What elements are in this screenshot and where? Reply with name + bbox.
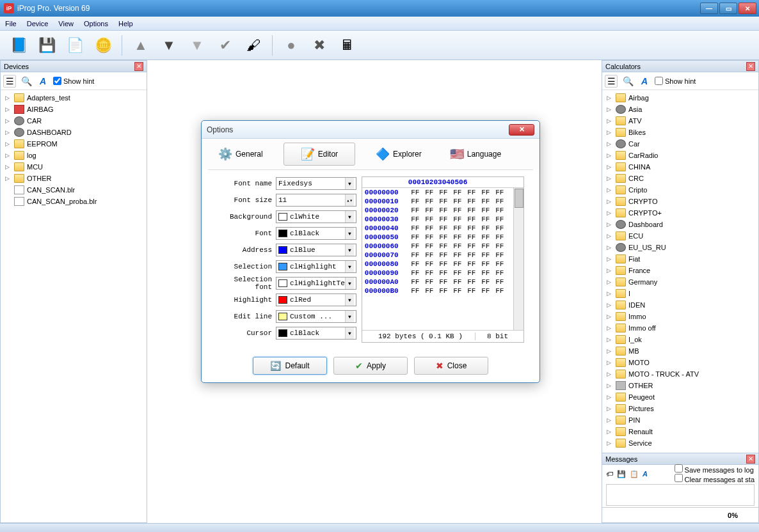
tree-item[interactable]: ▷MB	[604, 345, 756, 357]
tb-save[interactable]: 💾	[35, 34, 59, 57]
expand-icon[interactable]: ▷	[607, 106, 613, 113]
hex-row[interactable]: 000000A0FFFFFFFFFFFFFF	[362, 278, 523, 286]
tree-item[interactable]: ▷Pictures	[604, 403, 756, 414]
expand-icon[interactable]: ▷	[607, 198, 613, 205]
expand-icon[interactable]: ▷	[607, 256, 613, 262]
expand-icon[interactable]: ▷	[607, 279, 613, 285]
menu-device[interactable]: Device	[27, 20, 49, 27]
font-select[interactable]: clBlack▼	[276, 227, 356, 240]
menu-view[interactable]: View	[58, 20, 74, 27]
menu-help[interactable]: Help	[118, 20, 133, 27]
list-icon[interactable]: ☰	[3, 75, 16, 88]
hex-row[interactable]: 00000080FFFFFFFFFFFFFF	[362, 260, 523, 269]
tree-item[interactable]: ▷France	[604, 265, 756, 276]
copy-icon[interactable]: 📋	[630, 470, 639, 478]
expand-icon[interactable]: ▷	[607, 336, 613, 343]
tree-item[interactable]: ▷Adapters_test	[3, 92, 145, 104]
expand-icon[interactable]: ▷	[5, 141, 12, 147]
hex-row[interactable]: 000000B0FFFFFFFFFFFFFF	[362, 286, 523, 295]
expand-icon[interactable]: ▷	[607, 233, 613, 239]
tab-editor[interactable]: 📝Editor	[284, 143, 355, 166]
expand-icon[interactable]: ▷	[5, 106, 12, 113]
expand-icon[interactable]: ▷	[607, 221, 613, 228]
cursor-select[interactable]: clBlack▼	[276, 327, 356, 340]
expand-icon[interactable]: ▷	[5, 175, 12, 182]
expand-icon[interactable]: ▷	[607, 210, 613, 216]
dialog-titlebar[interactable]: Options ✕	[202, 121, 539, 139]
hex-scrollbar[interactable]	[513, 188, 523, 330]
list-icon[interactable]: ☰	[605, 75, 618, 88]
messages-close[interactable]: ✕	[746, 455, 755, 464]
tree-item[interactable]: ▷Renault	[604, 426, 756, 437]
tree-item[interactable]: ▷CRC	[604, 173, 756, 184]
expand-icon[interactable]: ▷	[607, 417, 613, 423]
devices-showhint[interactable]: Show hint	[53, 77, 94, 85]
fontname-select[interactable]: Fixedsys▼	[276, 177, 356, 190]
tb-check[interactable]: ✔	[213, 34, 237, 57]
tree-item[interactable]: ▷CHINA	[604, 161, 756, 173]
tree-item[interactable]: ▷Bikes	[604, 127, 756, 138]
background-select[interactable]: clWhite▼	[276, 210, 356, 223]
expand-icon[interactable]: ▷	[607, 175, 613, 182]
tree-item[interactable]: ▷CRYPTO	[604, 196, 756, 207]
expand-icon[interactable]: ▷	[607, 118, 613, 124]
expand-icon[interactable]: ▷	[607, 244, 613, 251]
tree-item[interactable]: ▷Germany	[604, 276, 756, 288]
tree-item[interactable]: ▷log	[3, 150, 145, 161]
expand-icon[interactable]: ▷	[607, 348, 613, 354]
hex-row[interactable]: 00000000FFFFFFFFFFFFFF	[362, 188, 523, 197]
expand-icon[interactable]: ▷	[5, 164, 12, 170]
expand-icon[interactable]: ▷	[607, 164, 613, 170]
expand-icon[interactable]: ▷	[607, 440, 613, 446]
expand-icon[interactable]: ▷	[607, 267, 613, 274]
tb-new[interactable]: 📄	[63, 34, 87, 57]
hex-row[interactable]: 00000050FFFFFFFFFFFFFF	[362, 233, 523, 242]
tb-calc[interactable]: 🖩	[335, 34, 360, 57]
tree-item[interactable]: ▷Asia	[604, 104, 756, 115]
tree-item[interactable]: ▷IDEN	[604, 299, 756, 311]
expand-icon[interactable]: ▷	[607, 152, 613, 159]
devices-tree[interactable]: ▷Adapters_test▷AIRBAG▷CAR▷DASHBOARD▷EEPR…	[1, 90, 147, 522]
tree-item[interactable]: ▷I_ok	[604, 334, 756, 345]
clear-messages-chk[interactable]: Clear messages at sta	[675, 474, 755, 483]
tree-item[interactable]: ▷OTHER	[3, 173, 145, 184]
tree-item[interactable]: ▷Peugeot	[604, 391, 756, 403]
tab-explorer[interactable]: 🔷Explorer	[368, 145, 429, 164]
menu-options[interactable]: Options	[84, 20, 108, 27]
hex-row[interactable]: 00000040FFFFFFFFFFFFFF	[362, 224, 523, 233]
tree-item[interactable]: ▷Immo	[604, 311, 756, 322]
selection-select[interactable]: clHighlight▼	[276, 260, 356, 273]
tb-cancel[interactable]: ✖	[307, 34, 332, 57]
calc-close[interactable]: ✕	[746, 62, 755, 71]
tree-item[interactable]: ▷Dashboard	[604, 219, 756, 230]
hex-row[interactable]: 00000030FFFFFFFFFFFFFF	[362, 215, 523, 224]
expand-icon[interactable]: ▷	[607, 290, 613, 297]
tree-item[interactable]: ▷ATV	[604, 115, 756, 127]
expand-icon[interactable]: ▷	[5, 118, 12, 124]
tree-item[interactable]: CAN_SCAN.blr	[3, 184, 145, 196]
tree-item[interactable]: ▷ECU	[604, 230, 756, 242]
fontsize-input[interactable]: 11▴▾	[276, 194, 356, 207]
tree-item[interactable]: ▷CRYPTO+	[604, 207, 756, 219]
hex-row[interactable]: 00000090FFFFFFFFFFFFFF	[362, 269, 523, 278]
expand-icon[interactable]: ▷	[5, 152, 12, 159]
devices-close[interactable]: ✕	[134, 62, 143, 71]
tree-item[interactable]: ▷Service	[604, 437, 756, 449]
tree-item[interactable]: ▷CAR	[3, 115, 145, 127]
tree-item[interactable]: ▷EEPROM	[3, 138, 145, 150]
tree-item[interactable]: CAN_SCAN_proba.blr	[3, 196, 145, 207]
close-button[interactable]: ✖Close	[414, 357, 488, 375]
tree-item[interactable]: ▷CarRadio	[604, 150, 756, 161]
messages-textarea[interactable]	[606, 484, 755, 506]
tab-general[interactable]: ⚙️General	[211, 145, 271, 164]
hex-row[interactable]: 00000020FFFFFFFFFFFFFF	[362, 206, 523, 215]
tree-item[interactable]: ▷OTHER	[604, 380, 756, 391]
tb-open[interactable]: 📘	[6, 34, 31, 57]
hex-body[interactable]: 00000000FFFFFFFFFFFFFF00000010FFFFFFFFFF…	[362, 188, 523, 330]
close-button[interactable]: ✕	[739, 3, 756, 14]
expand-icon[interactable]: ▷	[607, 382, 613, 389]
expand-icon[interactable]: ▷	[607, 325, 613, 331]
font-icon[interactable]: A	[638, 75, 651, 88]
tb-gold[interactable]: 🪙	[91, 34, 115, 57]
expand-icon[interactable]: ▷	[5, 95, 12, 101]
